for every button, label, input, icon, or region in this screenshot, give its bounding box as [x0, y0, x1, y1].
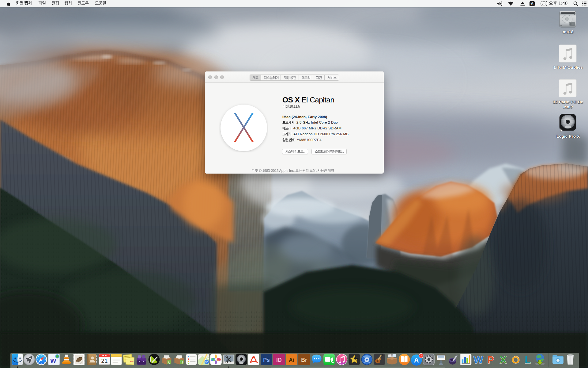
svg-text:L: L	[525, 354, 531, 366]
svg-text:7: 7	[420, 354, 422, 357]
svg-text:O: O	[512, 354, 520, 366]
svg-text:3D: 3D	[205, 361, 209, 364]
svg-text:A: A	[414, 356, 419, 364]
svg-text:Q: Q	[168, 360, 170, 364]
svg-text:ID: ID	[276, 357, 282, 363]
svg-text:Q: Q	[180, 360, 183, 364]
svg-text:Right: Right	[130, 360, 134, 362]
svg-text:21: 21	[101, 358, 108, 364]
svg-text:P: P	[487, 354, 494, 366]
svg-text:Ps: Ps	[263, 357, 270, 363]
svg-text:w: w	[50, 356, 56, 364]
svg-text:X: X	[500, 354, 507, 366]
svg-text:W: W	[473, 354, 483, 366]
svg-text:Br: Br	[301, 357, 307, 363]
svg-text:Ai: Ai	[289, 357, 294, 363]
